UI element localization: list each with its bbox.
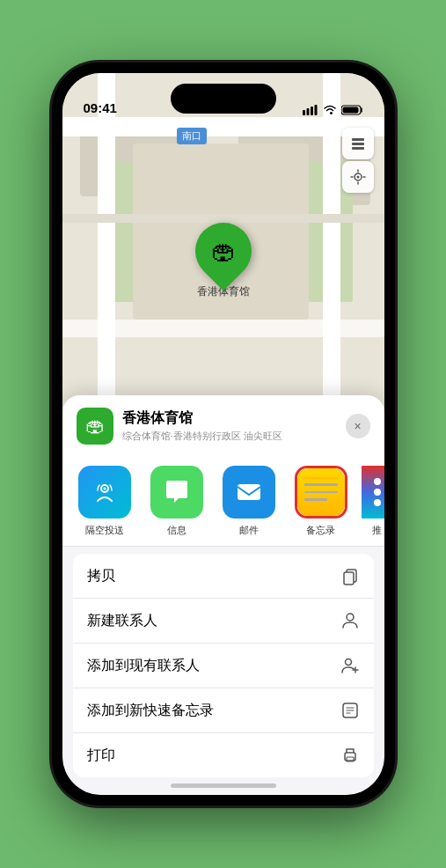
more-action[interactable]: 推: [362, 466, 384, 537]
mail-icon-wrap: [223, 466, 275, 519]
copy-label: 拷贝: [87, 567, 115, 585]
phone-frame: 09:41: [52, 63, 395, 805]
message-icon-wrap: [150, 466, 203, 519]
menu-items: 拷贝 新建联系人 添加到现有联系人: [73, 554, 374, 777]
phone-screen: 09:41: [62, 73, 384, 795]
svg-rect-15: [344, 572, 354, 585]
location-button[interactable]: [342, 161, 374, 193]
airdrop-action[interactable]: 隔空投送: [73, 466, 136, 537]
svg-point-12: [103, 488, 106, 490]
add-existing-label: 添加到现有联系人: [87, 657, 200, 675]
battery-icon: [341, 105, 363, 115]
airdrop-icon: [91, 478, 119, 506]
add-existing-contact-menu-item[interactable]: 添加到现有联系人: [73, 644, 374, 688]
notes-icon-wrap: [295, 466, 347, 519]
share-actions-row: 隔空投送 信息: [62, 453, 384, 547]
status-time: 09:41: [84, 100, 117, 115]
stadium-icon: 🏟: [211, 237, 236, 266]
airdrop-icon-wrap: [78, 466, 131, 519]
new-contact-label: 新建联系人: [87, 612, 157, 630]
pin-marker: 🏟: [183, 211, 263, 291]
map-layers-button[interactable]: [342, 128, 374, 159]
place-icon: 🏟: [77, 408, 113, 445]
map-south-entrance-label: 南口: [177, 128, 207, 144]
quick-note-icon: [340, 701, 360, 720]
add-quick-note-label: 添加到新快速备忘录: [87, 702, 214, 720]
compass-icon: [350, 169, 366, 185]
place-name: 香港体育馆: [122, 409, 337, 428]
wifi-icon: [323, 105, 337, 115]
map-controls: [342, 128, 374, 193]
status-icons: [303, 105, 363, 115]
svg-rect-6: [352, 138, 364, 141]
message-action[interactable]: 信息: [145, 466, 208, 537]
close-button[interactable]: ×: [346, 414, 370, 438]
status-bar: 09:41: [62, 73, 384, 121]
place-info: 香港体育馆 综合体育馆·香港特别行政区 油尖旺区: [122, 409, 337, 443]
airdrop-label: 隔空投送: [85, 524, 124, 537]
svg-rect-13: [238, 484, 260, 500]
svg-rect-8: [352, 147, 364, 150]
person-icon: [340, 611, 360, 630]
home-indicator: [171, 783, 276, 788]
print-icon: [340, 746, 360, 765]
svg-rect-1: [306, 108, 309, 115]
copy-icon: [340, 566, 360, 585]
bottom-sheet: 🏟 香港体育馆 综合体育馆·香港特别行政区 油尖旺区 ×: [62, 395, 384, 795]
svg-point-16: [347, 614, 354, 621]
svg-rect-0: [303, 110, 305, 115]
mail-action[interactable]: 邮件: [217, 466, 281, 537]
notes-label: 备忘录: [306, 524, 335, 537]
person-add-icon: [340, 656, 360, 675]
place-subtitle: 综合体育馆·香港特别行政区 油尖旺区: [122, 430, 337, 443]
new-contact-menu-item[interactable]: 新建联系人: [73, 599, 374, 644]
message-label: 信息: [167, 524, 186, 537]
print-menu-item[interactable]: 打印: [73, 733, 374, 777]
more-label: 推: [372, 524, 382, 537]
message-icon: [162, 477, 192, 507]
more-icon-wrap: [362, 466, 384, 519]
notes-action[interactable]: 备忘录: [289, 466, 353, 537]
copy-menu-item[interactable]: 拷贝: [73, 554, 374, 599]
svg-point-17: [345, 659, 351, 666]
svg-rect-7: [352, 143, 364, 145]
svg-rect-5: [342, 107, 358, 114]
signal-icon: [303, 105, 318, 115]
mail-icon: [234, 477, 264, 507]
add-quick-note-menu-item[interactable]: 添加到新快速备忘录: [73, 688, 374, 733]
svg-point-10: [356, 176, 359, 179]
location-pin: 🏟 香港体育馆: [195, 223, 252, 299]
print-label: 打印: [87, 747, 115, 765]
notes-icon: [297, 468, 345, 516]
place-header: 🏟 香港体育馆 综合体育馆·香港特别行政区 油尖旺区 ×: [62, 395, 384, 453]
svg-rect-2: [311, 107, 313, 115]
mail-label: 邮件: [239, 524, 259, 537]
svg-rect-3: [314, 105, 317, 115]
layers-icon: [349, 135, 367, 152]
